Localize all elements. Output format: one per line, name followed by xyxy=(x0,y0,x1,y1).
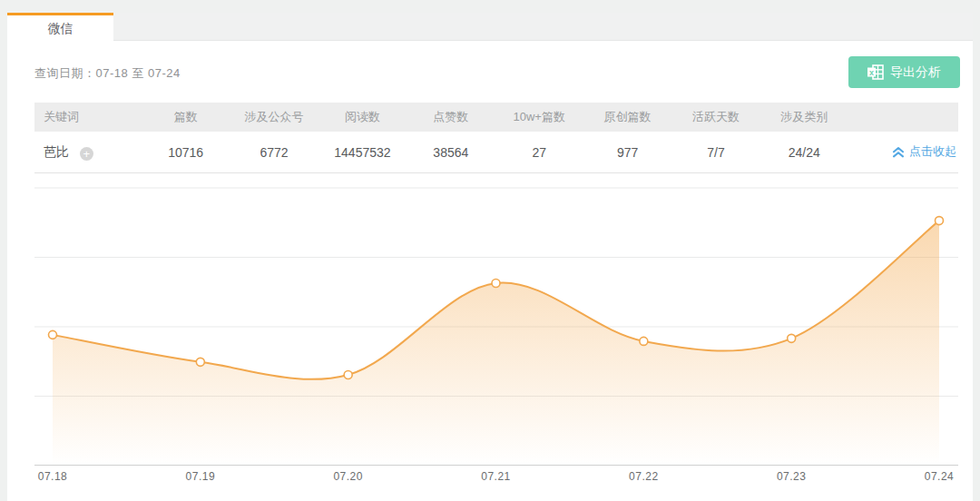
header-keyword: 关键词 xyxy=(34,109,142,125)
cell-categories: 24/24 xyxy=(760,145,848,160)
tab-wechat[interactable]: 微信 xyxy=(7,13,113,42)
data-point-marker xyxy=(640,337,648,345)
add-keyword-icon[interactable]: + xyxy=(80,147,93,161)
query-date-label: 查询日期：07-18 至 07-24 xyxy=(34,65,181,82)
main-panel: 微信 查询日期：07-18 至 07-24 x 导出分析 关键词 篇数 涉及公众… xyxy=(7,13,973,501)
x-axis-tick-label: 07.22 xyxy=(603,470,684,483)
data-point-marker xyxy=(49,330,57,339)
keyword-table: 关键词 篇数 涉及公众号 阅读数 点赞数 10w+篇数 原创篇数 活跃天数 涉及… xyxy=(34,103,958,173)
x-axis-tick-label: 07.19 xyxy=(160,470,241,483)
data-point-marker xyxy=(196,358,204,366)
header-reads: 阅读数 xyxy=(318,109,407,125)
table-row: 芭比 + 10716 6772 14457532 38564 27 977 7/… xyxy=(34,132,958,173)
x-axis-tick-label: 07.24 xyxy=(898,470,980,483)
header-original-articles: 原创篇数 xyxy=(583,109,671,125)
header-100k-articles: 10w+篇数 xyxy=(495,109,583,125)
header-active-days: 活跃天数 xyxy=(671,109,760,125)
excel-icon: x xyxy=(867,64,884,80)
cell-100k-articles: 27 xyxy=(495,145,583,160)
cell-active-days: 7/7 xyxy=(671,145,760,160)
x-axis-tick-label: 07.23 xyxy=(750,470,832,483)
tab-bar: 微信 xyxy=(7,13,973,41)
export-analysis-label: 导出分析 xyxy=(890,64,941,81)
header-accounts: 涉及公众号 xyxy=(230,109,318,125)
collapse-link-label: 点击收起 xyxy=(909,143,956,160)
data-point-marker xyxy=(344,370,352,378)
x-axis-tick-label: 07.20 xyxy=(308,470,389,483)
trend-area-chart xyxy=(34,177,958,466)
cell-reads: 14457532 xyxy=(318,145,407,160)
table-header-row: 关键词 篇数 涉及公众号 阅读数 点赞数 10w+篇数 原创篇数 活跃天数 涉及… xyxy=(34,103,958,132)
tab-wechat-label: 微信 xyxy=(48,21,74,37)
x-axis-tick-label: 07.18 xyxy=(12,470,93,483)
cell-original-articles: 977 xyxy=(583,145,671,160)
data-point-marker xyxy=(936,217,944,225)
header-articles: 篇数 xyxy=(142,109,230,125)
x-axis-tick-label: 07.21 xyxy=(456,470,537,483)
cell-articles: 10716 xyxy=(142,145,230,160)
collapse-link[interactable]: 点击收起 xyxy=(892,143,956,160)
cell-accounts: 6772 xyxy=(230,145,318,160)
data-point-marker xyxy=(788,334,796,342)
data-point-marker xyxy=(492,279,500,287)
x-axis-labels: 07.1807.1907.2007.2107.2207.2307.24 xyxy=(34,470,958,485)
chevron-double-up-icon xyxy=(892,146,905,158)
cell-likes: 38564 xyxy=(407,145,495,160)
header-categories: 涉及类别 xyxy=(760,109,848,125)
svg-text:x: x xyxy=(869,68,874,77)
keyword-label: 芭比 xyxy=(44,144,69,159)
header-likes: 点赞数 xyxy=(407,109,495,125)
export-analysis-button[interactable]: x 导出分析 xyxy=(848,56,960,88)
